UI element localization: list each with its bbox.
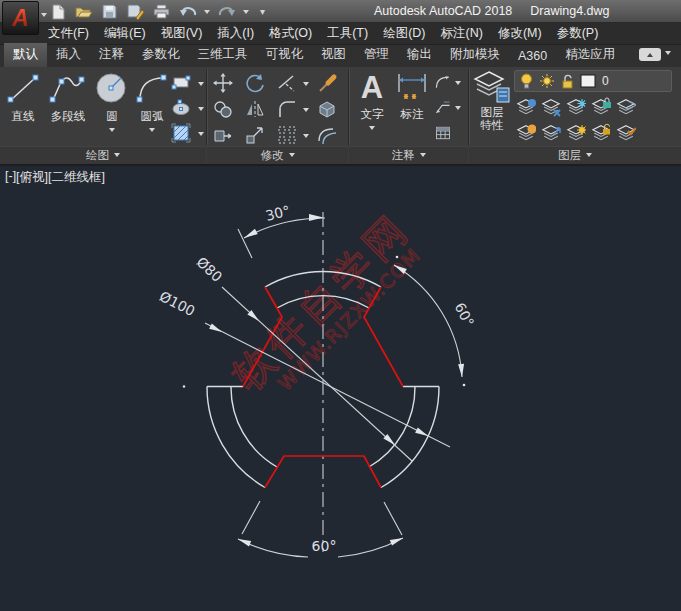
panel-title-draw[interactable]: 绘图 bbox=[0, 146, 206, 164]
tab-annotate[interactable]: 注释 bbox=[90, 43, 133, 67]
tab-home[interactable]: 默认 bbox=[4, 43, 47, 67]
text-button[interactable]: A 文字 bbox=[352, 70, 392, 133]
ellipse-button[interactable] bbox=[170, 97, 204, 119]
layer-isolate-icon[interactable] bbox=[516, 97, 536, 117]
scale-button[interactable] bbox=[244, 124, 266, 146]
dim-right-angle: 60° bbox=[452, 300, 478, 329]
circle-caret-icon[interactable] bbox=[109, 128, 115, 135]
layer-freeze-icon[interactable] bbox=[566, 97, 586, 117]
viewport-view-control[interactable]: [俯视] bbox=[16, 169, 48, 186]
array-button[interactable] bbox=[276, 124, 309, 146]
menu-modify[interactable]: 修改(M) bbox=[498, 25, 542, 42]
menu-view[interactable]: 视图(V) bbox=[161, 25, 203, 42]
panel-title-layers[interactable]: 图层 bbox=[469, 146, 681, 164]
app-menu-caret-icon[interactable] bbox=[41, 13, 47, 20]
arc-caret-icon[interactable] bbox=[149, 128, 155, 135]
ellipse-caret-icon[interactable] bbox=[198, 107, 204, 114]
redo-button[interactable] bbox=[217, 3, 236, 20]
tab-view[interactable]: 视图 bbox=[312, 43, 355, 67]
menu-file[interactable]: 文件(F) bbox=[48, 25, 89, 42]
annotate-panel-caret-icon bbox=[420, 153, 426, 160]
layer-lock-icon[interactable] bbox=[591, 97, 611, 117]
trim-button[interactable] bbox=[276, 72, 309, 94]
copy-button[interactable] bbox=[212, 98, 234, 120]
rotate-button[interactable] bbox=[244, 72, 266, 94]
tab-visualize[interactable]: 可视化 bbox=[257, 43, 313, 67]
menu-format[interactable]: 格式(O) bbox=[269, 25, 312, 42]
array-caret-icon[interactable] bbox=[303, 134, 309, 141]
menu-dimension[interactable]: 标注(N) bbox=[441, 25, 483, 42]
leader-caret-icon[interactable] bbox=[455, 106, 461, 113]
new-file-button[interactable] bbox=[48, 3, 67, 20]
dimension-button[interactable]: 标注 bbox=[392, 70, 432, 122]
undo-caret-icon[interactable] bbox=[204, 10, 210, 17]
fillet-button[interactable] bbox=[276, 98, 309, 120]
hatch-button[interactable] bbox=[170, 122, 204, 144]
tab-3dtools[interactable]: 三维工具 bbox=[189, 43, 257, 67]
dimension-style-caret-icon[interactable] bbox=[455, 81, 461, 88]
save-as-button[interactable] bbox=[126, 3, 145, 20]
tab-output[interactable]: 输出 bbox=[398, 43, 441, 67]
layer-unisolate-icon[interactable] bbox=[541, 97, 561, 117]
plot-button[interactable] bbox=[152, 3, 171, 20]
rectangle-caret-icon[interactable] bbox=[198, 82, 204, 89]
line-button[interactable]: 直线 bbox=[3, 70, 43, 124]
offset-button[interactable] bbox=[316, 124, 338, 146]
panel-title-annotate[interactable]: 注释 bbox=[349, 146, 468, 164]
tab-a360[interactable]: A360 bbox=[509, 46, 556, 67]
table-button[interactable] bbox=[434, 124, 452, 142]
menu-tools[interactable]: 工具(T) bbox=[327, 25, 368, 42]
tab-manage[interactable]: 管理 bbox=[355, 43, 398, 67]
tab-addins[interactable]: 附加模块 bbox=[441, 43, 509, 67]
stretch-button[interactable] bbox=[212, 124, 234, 146]
fillet-caret-icon[interactable] bbox=[303, 108, 309, 115]
save-button[interactable] bbox=[100, 3, 119, 20]
copy-icon bbox=[212, 98, 234, 120]
printer-icon bbox=[153, 4, 170, 19]
ribbon-minimize-button[interactable] bbox=[639, 48, 671, 61]
circle-button[interactable]: 圆 bbox=[93, 70, 131, 135]
layer-unlock-all-icon[interactable] bbox=[591, 123, 611, 143]
menu-draw[interactable]: 绘图(D) bbox=[383, 25, 425, 42]
move-button[interactable] bbox=[212, 72, 234, 94]
app-title: Autodesk AutoCAD 2018 bbox=[374, 4, 512, 18]
layer-off-icon[interactable] bbox=[516, 123, 536, 143]
undo-button[interactable] bbox=[178, 3, 197, 20]
menu-parametric[interactable]: 参数(P) bbox=[557, 25, 599, 42]
layer-merge-icon[interactable] bbox=[616, 97, 636, 117]
viewport-menu-control[interactable]: [-] bbox=[5, 169, 16, 186]
arc-button[interactable]: 圆弧 bbox=[133, 70, 171, 135]
box-button[interactable] bbox=[316, 98, 338, 120]
trim-caret-icon[interactable] bbox=[303, 82, 309, 89]
ribbon-minimize-caret-icon[interactable] bbox=[665, 51, 671, 58]
model-space-canvas[interactable]: [-] [俯视] [二维线框] 软件自学网 WWW.RJZXW.COM bbox=[0, 166, 681, 610]
panel-title-modify[interactable]: 修改 bbox=[207, 146, 348, 164]
drawing-svg: 软件自学网 WWW.RJZXW.COM bbox=[0, 166, 681, 610]
array-icon bbox=[276, 124, 298, 146]
tab-parametric[interactable]: 参数化 bbox=[133, 43, 189, 67]
tab-featured-apps[interactable]: 精选应用 bbox=[556, 43, 624, 67]
hatch-caret-icon[interactable] bbox=[198, 132, 204, 139]
viewport-visual-style-control[interactable]: [二维线框] bbox=[48, 169, 105, 186]
match-properties-icon bbox=[316, 72, 338, 94]
layer-walk-icon[interactable] bbox=[541, 123, 561, 143]
layer-thaw-all-icon[interactable] bbox=[566, 123, 586, 143]
dimension-style-button[interactable] bbox=[434, 73, 461, 91]
match-properties-button[interactable] bbox=[316, 72, 338, 94]
layer-state-control[interactable]: 0 bbox=[514, 70, 672, 92]
polyline-button[interactable]: 多段线 bbox=[44, 70, 92, 124]
qat-customize-button[interactable]: ▾ bbox=[260, 6, 265, 17]
layer-properties-button[interactable]: 图层 特性 bbox=[472, 70, 512, 132]
rectangle-button[interactable] bbox=[170, 72, 204, 94]
open-file-button[interactable] bbox=[74, 3, 93, 20]
redo-caret-icon[interactable] bbox=[243, 10, 249, 17]
tab-insert[interactable]: 插入 bbox=[47, 43, 90, 67]
text-caret-icon[interactable] bbox=[369, 126, 375, 133]
layer-match-icon[interactable] bbox=[616, 123, 636, 143]
dim-bottom-angle: 60° bbox=[312, 538, 337, 554]
leader-button[interactable] bbox=[434, 98, 461, 116]
app-menu-button[interactable]: A bbox=[2, 1, 39, 35]
menu-edit[interactable]: 编辑(E) bbox=[104, 25, 146, 42]
menu-insert[interactable]: 插入(I) bbox=[217, 25, 254, 42]
mirror-button[interactable] bbox=[244, 98, 266, 120]
